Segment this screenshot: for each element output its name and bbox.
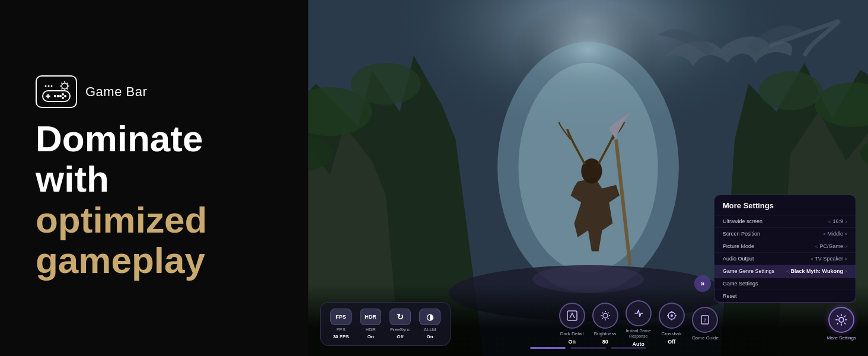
svg-rect-19 — [54, 95, 56, 97]
stat-freesync[interactable]: ↻ FreeSync Off — [390, 309, 411, 339]
progress-indicator-1 — [530, 347, 566, 349]
svg-rect-20 — [57, 95, 59, 97]
svg-point-54 — [839, 317, 844, 322]
more-settings-btn-label: More Settings — [827, 335, 856, 341]
panel-row-picture-mode[interactable]: Picture Mode < PC/Game > — [714, 240, 856, 253]
brightness-icon — [592, 303, 618, 329]
fps-value: 30 FPS — [333, 334, 349, 339]
game-genre-label: Game Genre Settings — [723, 268, 774, 274]
svg-line-42 — [602, 312, 602, 313]
chevron-left-icon: < — [828, 220, 831, 224]
more-settings-icon — [828, 307, 854, 333]
freesync-label: FreeSync — [390, 327, 410, 332]
progress-indicator-2 — [570, 347, 606, 349]
expand-arrow-btn[interactable]: » — [694, 275, 711, 292]
quick-settings: Dark Detail On Brightness 80 — [462, 300, 815, 347]
svg-line-44 — [608, 312, 608, 313]
crosshair-btn[interactable]: Crosshair Off — [659, 303, 685, 345]
progress-indicator-3 — [611, 347, 646, 349]
game-genre-value: < Black Myth: Wukong > — [786, 268, 847, 274]
igr-value: Auto — [632, 341, 644, 347]
headline-line2: optimized — [36, 200, 273, 240]
fps-icon: FPS — [330, 309, 352, 325]
svg-point-47 — [671, 314, 673, 317]
svg-line-45 — [602, 318, 602, 319]
more-settings-panel: More Settings Ultrawide screen < 16:9 > … — [714, 195, 856, 303]
game-guide-icon: ? — [692, 307, 718, 333]
svg-line-7 — [67, 82, 68, 84]
crosshair-value: Off — [668, 339, 675, 345]
svg-line-43 — [608, 318, 608, 319]
brightness-btn[interactable]: Brightness 80 — [592, 303, 618, 345]
igr-icon — [626, 300, 652, 326]
svg-point-15 — [62, 93, 64, 96]
picture-mode-value: < PC/Game > — [815, 243, 847, 249]
hdr-label: HDR — [365, 327, 375, 332]
controller-icon-box — [36, 75, 77, 108]
game-screenshot: FPS FPS 30 FPS HDR HDR On ↻ FreeSync Off — [308, 0, 868, 356]
fps-label: FPS — [336, 327, 346, 332]
stats-section: FPS FPS 30 FPS HDR HDR On ↻ FreeSync Off — [320, 302, 451, 346]
igr-label: Instant GameResponse — [626, 329, 651, 339]
allm-value: On — [426, 334, 433, 339]
stat-allm[interactable]: ◑ ALLM On — [419, 309, 441, 339]
dark-detail-icon — [559, 303, 585, 329]
brightness-value: 80 — [602, 339, 608, 345]
freesync-value: Off — [397, 334, 404, 339]
picture-mode-label: Picture Mode — [723, 243, 754, 249]
dark-detail-btn[interactable]: Dark Detail On — [559, 303, 585, 345]
progress-bar-container — [308, 347, 868, 349]
allm-icon: ◑ — [419, 309, 441, 325]
panel-row-game-settings[interactable]: Game Settings — [714, 278, 856, 290]
svg-line-5 — [62, 82, 63, 84]
svg-point-0 — [62, 83, 68, 89]
igr-btn[interactable]: Instant GameResponse Auto — [626, 300, 652, 347]
stat-fps[interactable]: FPS FPS 30 FPS — [330, 309, 352, 339]
screen-position-label: Screen Position — [723, 231, 760, 237]
headline-line3: gameplay — [36, 240, 273, 281]
audio-output-value: < TV Speaker > — [810, 256, 847, 262]
svg-point-25 — [351, 63, 421, 105]
audio-output-label: Audio Output — [723, 256, 754, 262]
svg-point-17 — [62, 97, 64, 99]
freesync-icon: ↻ — [390, 309, 411, 325]
svg-point-28 — [759, 71, 822, 110]
panel-row-audio-output[interactable]: Audio Output < TV Speaker > — [714, 253, 856, 265]
more-settings-btn[interactable]: More Settings — [827, 307, 856, 341]
game-guide-btn[interactable]: ? Game Guide — [692, 307, 719, 341]
svg-point-9 — [45, 85, 47, 87]
svg-point-16 — [64, 95, 66, 97]
allm-label: ALLM — [424, 327, 436, 332]
hdr-icon: HDR — [360, 309, 381, 325]
ultrawide-label: Ultrawide screen — [723, 218, 762, 224]
dark-detail-label: Dark Detail — [560, 331, 584, 337]
panel-row-reset[interactable]: Reset — [714, 290, 856, 302]
crosshair-label: Crosshair — [662, 331, 682, 337]
controller-gear-icon — [42, 80, 71, 104]
svg-text:?: ? — [704, 318, 706, 322]
hdr-value: On — [367, 334, 374, 339]
reset-label: Reset — [723, 293, 737, 299]
game-bar-title: Game Bar — [85, 84, 147, 100]
panel-row-ultrawide[interactable]: Ultrawide screen < 16:9 > — [714, 215, 856, 228]
game-guide-label: Game Guide — [692, 335, 719, 341]
game-settings-label: Game Settings — [723, 281, 758, 287]
screen-position-value: < Middle > — [823, 231, 847, 237]
dark-detail-value: On — [568, 339, 576, 345]
right-panel: FPS FPS 30 FPS HDR HDR On ↻ FreeSync Off — [308, 0, 868, 356]
game-bar-label: Game Bar — [36, 75, 273, 108]
panel-row-game-genre[interactable]: Game Genre Settings < Black Myth: Wukong… — [714, 265, 856, 278]
stat-hdr[interactable]: HDR HDR On — [360, 309, 381, 339]
svg-point-18 — [59, 95, 62, 97]
svg-point-11 — [51, 85, 53, 87]
left-panel: Game Bar Dominate with optimized gamepla… — [0, 0, 308, 356]
crosshair-icon — [659, 303, 685, 329]
brightness-label: Brightness — [594, 331, 617, 337]
chevron-right-icon: > — [845, 220, 847, 224]
svg-rect-14 — [46, 96, 50, 97]
panel-row-screen-position[interactable]: Screen Position < Middle > — [714, 228, 856, 240]
gamebar-ui: FPS FPS 30 FPS HDR HDR On ↻ FreeSync Off — [308, 300, 868, 347]
ultrawide-value: < 16:9 > — [828, 218, 847, 224]
svg-line-6 — [67, 88, 68, 90]
headline: Dominate with optimized gameplay — [36, 119, 273, 281]
